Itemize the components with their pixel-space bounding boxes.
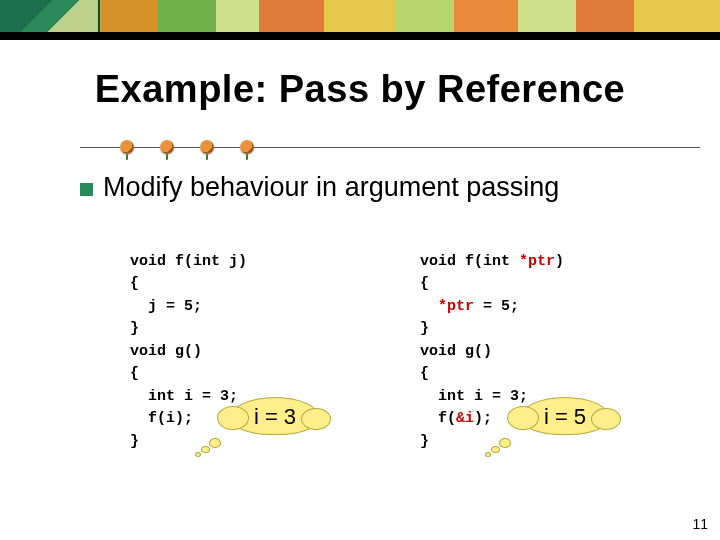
code-line: j = 5; (130, 298, 202, 315)
pointer-deref: *ptr (438, 298, 474, 315)
code-line: void g() (130, 343, 202, 360)
code-line: { (130, 275, 139, 292)
code-line: void f(int j) (130, 253, 247, 270)
decorative-banner (0, 0, 720, 32)
code-left-by-value: void f(int j) { j = 5; } void g() { int … (130, 228, 380, 498)
page-number: 11 (692, 516, 708, 532)
code-line: f(&i); (420, 410, 492, 427)
code-line: } (130, 320, 139, 337)
bullet-text: Modify behaviour in argument passing (103, 172, 559, 203)
result-callout-left: i = 3 (230, 397, 320, 435)
bullet-item: Modify behaviour in argument passing (80, 172, 559, 203)
square-bullet-icon (80, 183, 93, 196)
address-of: &i (456, 410, 474, 427)
banner-left-block (0, 0, 100, 32)
code-line: } (420, 320, 429, 337)
result-value: i = 3 (254, 400, 296, 433)
pointer-param: *ptr (519, 253, 555, 270)
code-line: void g() (420, 343, 492, 360)
result-value: i = 5 (544, 400, 586, 433)
code-line: void f(int *ptr) (420, 253, 564, 270)
code-line: { (130, 365, 139, 382)
code-line: { (420, 275, 429, 292)
code-line: int i = 3; (420, 388, 528, 405)
flower-icon (200, 140, 214, 154)
code-right-by-reference: void f(int *ptr) { *ptr = 5; } void g() … (420, 228, 670, 498)
code-line: *ptr = 5; (420, 298, 519, 315)
code-line: { (420, 365, 429, 382)
code-line: } (130, 433, 139, 450)
code-line: } (420, 433, 429, 450)
flower-icon (240, 140, 254, 154)
decorative-divider (100, 137, 660, 159)
banner-underline (0, 32, 720, 40)
code-line: int i = 3; (130, 388, 238, 405)
result-callout-right: i = 5 (520, 397, 610, 435)
flower-icon (120, 140, 134, 154)
slide-title: Example: Pass by Reference (0, 68, 720, 111)
code-columns: void f(int j) { j = 5; } void g() { int … (130, 228, 670, 498)
flower-icon (160, 140, 174, 154)
code-line: f(i); (130, 410, 193, 427)
